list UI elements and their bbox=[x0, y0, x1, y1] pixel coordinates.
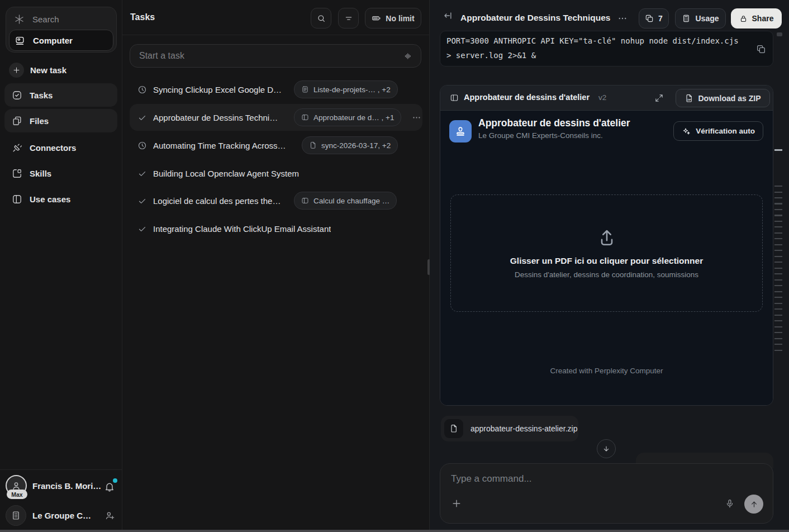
filter-tasks-button[interactable] bbox=[338, 8, 359, 28]
battery-icon bbox=[372, 13, 381, 23]
sidebar: Search Computer New task Tasks Files Con… bbox=[0, 0, 122, 532]
voice-waveform-icon[interactable] bbox=[403, 51, 413, 61]
pdf-dropzone[interactable]: Glisser un PDF ici ou cliquer pour sélec… bbox=[450, 194, 763, 312]
upload-icon bbox=[597, 227, 617, 248]
sparkles-icon bbox=[682, 127, 691, 136]
sidebar-item-label: Use cases bbox=[30, 194, 70, 204]
timeline-scrubber-highlight bbox=[774, 149, 782, 151]
task-row[interactable]: Building Local Openclaw Agent System bbox=[130, 160, 422, 187]
skills-grid-icon bbox=[12, 168, 22, 179]
preview-window-header: Approbateur de dessins d'atelier v2 ZIP … bbox=[440, 86, 773, 111]
invite-person-icon[interactable] bbox=[104, 510, 115, 521]
mic-icon[interactable] bbox=[725, 498, 735, 509]
app-preview-card: Approbateur de dessins d'atelier v2 ZIP … bbox=[440, 85, 773, 406]
download-zip-label: Download as ZIP bbox=[698, 94, 761, 103]
code-line: PORT=3000 ANTHROPIC_API_KEY="ta-clé" noh… bbox=[446, 36, 768, 45]
task-row-selected[interactable]: Approbateur de Dessins Techni… Approbate… bbox=[130, 104, 422, 131]
task-row[interactable]: Automating Time Tracking Across… sync-20… bbox=[130, 132, 422, 159]
task-title: Automating Time Tracking Across… bbox=[153, 141, 287, 150]
command-bar bbox=[440, 463, 773, 524]
start-task-input[interactable] bbox=[138, 50, 403, 61]
arrow-up-icon bbox=[749, 500, 759, 509]
chip-label: Calcul de chauffage … bbox=[313, 197, 389, 205]
sidebar-item-tasks[interactable]: Tasks bbox=[4, 83, 117, 107]
command-input[interactable] bbox=[450, 473, 704, 485]
dropzone-title: Glisser un PDF ici ou cliquer pour sélec… bbox=[510, 256, 703, 266]
download-zip-button[interactable]: ZIP Download as ZIP bbox=[676, 89, 770, 107]
tasks-header: Tasks No limit bbox=[122, 0, 429, 35]
detail-panel: Approbateur de Dessins Techniques 7 Usag… bbox=[430, 0, 789, 532]
detail-title: Approbateur de Dessins Techniques bbox=[460, 13, 610, 23]
avatar-badge: Max bbox=[7, 490, 27, 499]
chip-label: Liste-de-projets-… , +2 bbox=[313, 86, 391, 94]
search-label: Search bbox=[32, 15, 59, 24]
check-icon bbox=[137, 224, 147, 234]
search-tasks-button[interactable] bbox=[311, 8, 331, 28]
filter-icon bbox=[344, 14, 353, 23]
org-avatar[interactable] bbox=[6, 505, 26, 526]
ellipsis-icon bbox=[412, 113, 421, 122]
sidebar-item-label: Skills bbox=[30, 169, 51, 178]
attach-plus-icon[interactable] bbox=[451, 498, 462, 509]
org-name: Le Groupe C… bbox=[32, 511, 91, 520]
expand-preview-icon[interactable] bbox=[654, 93, 664, 103]
task-menu-button[interactable] bbox=[412, 113, 421, 122]
files-count: 7 bbox=[658, 14, 663, 23]
app-icon bbox=[449, 120, 472, 142]
plus-circle-icon bbox=[9, 63, 24, 78]
calculator-icon bbox=[682, 14, 691, 23]
file-icon bbox=[444, 419, 463, 438]
document-icon bbox=[301, 86, 309, 93]
code-line: > server.log 2>&1 & bbox=[446, 51, 768, 60]
task-title: Approbateur de Dessins Techni… bbox=[153, 113, 287, 122]
sidebar-item-files[interactable]: Files bbox=[4, 109, 117, 132]
sidebar-search[interactable]: Search bbox=[11, 10, 112, 28]
share-button[interactable]: Share bbox=[731, 8, 782, 28]
task-row[interactable]: Integrating Claude With ClickUp Email As… bbox=[130, 215, 422, 242]
usage-label: Usage bbox=[695, 14, 719, 23]
user-name: Francis B. Mori… bbox=[32, 481, 101, 491]
detail-menu-button[interactable] bbox=[617, 13, 628, 23]
copy-code-button[interactable] bbox=[754, 44, 766, 54]
auto-verify-button[interactable]: Vérification auto bbox=[673, 121, 763, 141]
send-button[interactable] bbox=[744, 495, 763, 514]
perplexity-logo-icon bbox=[14, 14, 25, 25]
bottom-edge-strip bbox=[0, 530, 789, 532]
task-attachment-chip[interactable]: sync-2026-03-17, +2 bbox=[302, 136, 398, 154]
task-row[interactable]: Logiciel de calcul des pertes the… Calcu… bbox=[130, 187, 422, 214]
dropzone-subtitle: Dessins d'atelier, dessins de coordinati… bbox=[515, 270, 698, 279]
scroll-to-bottom-button[interactable] bbox=[597, 439, 616, 458]
computer-icon bbox=[15, 35, 25, 46]
sidebar-item-label: Connectors bbox=[30, 143, 76, 153]
clock-icon bbox=[137, 141, 147, 150]
start-task-field bbox=[130, 44, 421, 68]
sidebar-item-use-cases[interactable]: Use cases bbox=[4, 187, 117, 211]
task-attachment-chip[interactable]: Approbateur de d… , +1 bbox=[294, 108, 401, 126]
plug-icon bbox=[12, 142, 22, 153]
sidebar-item-connectors[interactable]: Connectors bbox=[4, 136, 117, 159]
chip-label: Approbateur de d… , +1 bbox=[313, 113, 394, 122]
check-icon bbox=[137, 196, 147, 206]
collapse-panel-icon[interactable] bbox=[442, 10, 453, 21]
no-limit-label: No limit bbox=[386, 14, 414, 23]
sidebar-item-skills[interactable]: Skills bbox=[4, 162, 117, 185]
timeline-scrubber[interactable] bbox=[774, 186, 782, 352]
new-task-button[interactable]: New task bbox=[4, 59, 122, 80]
usage-button[interactable]: Usage bbox=[675, 8, 726, 28]
files-count-button[interactable]: 7 bbox=[639, 8, 669, 28]
task-attachment-chip[interactable]: Calcul de chauffage … bbox=[294, 192, 397, 210]
app-window-icon bbox=[450, 93, 459, 102]
stamp-icon bbox=[454, 125, 467, 137]
no-limit-button[interactable]: No limit bbox=[365, 8, 421, 28]
svg-text:ZIP: ZIP bbox=[687, 98, 691, 101]
task-title: Integrating Claude With ClickUp Email As… bbox=[153, 224, 331, 234]
task-row[interactable]: Syncing Clickup Excel Google D… Liste-de… bbox=[130, 76, 422, 103]
zip-file-chip[interactable]: approbateur-dessins-atelier.zip bbox=[441, 416, 578, 441]
code-block: PORT=3000 ANTHROPIC_API_KEY="ta-clé" noh… bbox=[440, 31, 773, 66]
sidebar-computer[interactable]: Computer bbox=[9, 30, 113, 51]
pages-icon bbox=[645, 14, 654, 23]
task-attachment-chip[interactable]: Liste-de-projets-… , +2 bbox=[294, 80, 398, 98]
search-computer-card: Search Computer bbox=[6, 7, 117, 53]
copy-icon bbox=[756, 44, 766, 54]
preview-window-title: Approbateur de dessins d'atelier bbox=[464, 93, 590, 102]
